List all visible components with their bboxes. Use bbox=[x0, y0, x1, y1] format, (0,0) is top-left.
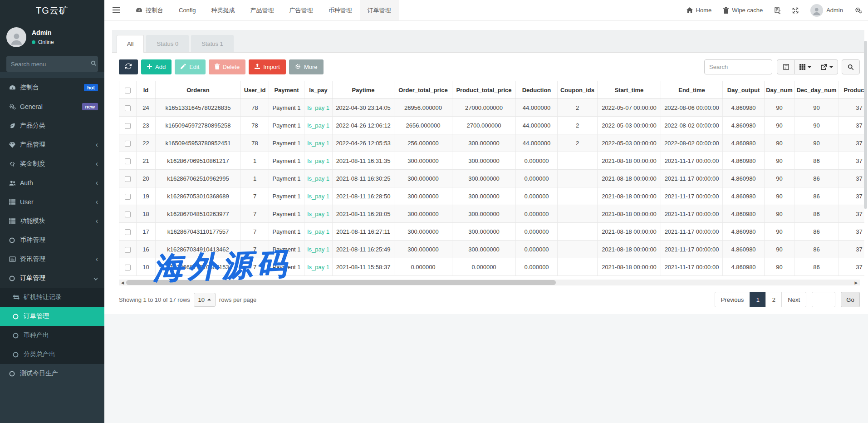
row-checkbox[interactable] bbox=[125, 123, 131, 129]
caret-down-icon bbox=[808, 66, 811, 68]
scrollbar-thumb[interactable] bbox=[126, 280, 556, 285]
delete-button[interactable]: Delete bbox=[209, 59, 246, 74]
row-checkbox[interactable] bbox=[125, 212, 131, 217]
tab-All[interactable]: All bbox=[117, 35, 144, 53]
column-header-Product_total_price[interactable]: Product_total_price bbox=[452, 81, 516, 99]
cell-Start_time: 2022-05-03 00:00:00 bbox=[598, 117, 661, 134]
column-header-Id[interactable]: Id bbox=[137, 81, 156, 99]
sidebar-search[interactable] bbox=[6, 56, 98, 72]
sidebar-submenu: 矿机转让记录订单管理币种产出分类总产出 bbox=[0, 288, 104, 364]
settings-button[interactable] bbox=[849, 0, 868, 20]
sidebar-subitem-订单管理[interactable]: 订单管理 bbox=[0, 307, 104, 326]
column-header-Deduction[interactable]: Deduction bbox=[516, 81, 558, 99]
export-button[interactable] bbox=[816, 59, 838, 74]
add-button[interactable]: Add bbox=[141, 59, 172, 74]
page-button-1[interactable]: 1 bbox=[750, 292, 766, 307]
sidebar-item-Auth[interactable]: Auth‹ bbox=[0, 173, 104, 192]
fullscreen-button[interactable] bbox=[786, 0, 804, 20]
horizontal-scrollbar[interactable]: ◀ ▶ bbox=[119, 280, 860, 285]
vertical-scrollbar-thumb[interactable] bbox=[864, 41, 867, 209]
toggle-search-button[interactable] bbox=[842, 59, 860, 74]
import-button[interactable]: Import bbox=[249, 59, 286, 74]
column-header-Coupon_ids[interactable]: Coupon_ids bbox=[558, 81, 598, 99]
column-header-Paytime[interactable]: Paytime bbox=[333, 81, 394, 99]
sidebar-subitem-矿机转让记录[interactable]: 矿机转让记录 bbox=[0, 288, 104, 307]
row-checkbox[interactable] bbox=[125, 229, 131, 235]
column-header-User_id[interactable]: User_id bbox=[241, 81, 269, 99]
previous-page-button[interactable]: Previous bbox=[715, 292, 750, 307]
sidebar-item-General[interactable]: Generalnew bbox=[0, 97, 104, 116]
more-button[interactable]: More bbox=[289, 59, 324, 74]
row-checkbox[interactable] bbox=[125, 176, 131, 182]
sidebar-toggle-icon[interactable] bbox=[104, 0, 128, 20]
row-checkbox[interactable] bbox=[125, 247, 131, 253]
scroll-right-icon[interactable]: ▶ bbox=[853, 280, 860, 285]
wipe-cache-button[interactable]: Wipe cache bbox=[717, 0, 769, 20]
scroll-left-icon[interactable]: ◀ bbox=[119, 280, 126, 285]
cell-Deduction: 0.000000 bbox=[516, 223, 558, 241]
row-checkbox[interactable] bbox=[125, 194, 131, 200]
row-checkbox[interactable] bbox=[125, 265, 131, 271]
sidebar-item-奖金制度[interactable]: 奖金制度‹ bbox=[0, 154, 104, 173]
column-header-Start_time[interactable]: Start_time bbox=[598, 81, 661, 99]
table-search-input[interactable] bbox=[704, 59, 772, 74]
tab-Status 1[interactable]: Status 1 bbox=[191, 35, 234, 52]
sidebar-subitem-币种产出[interactable]: 币种产出 bbox=[0, 326, 104, 345]
column-header-Product_id[interactable]: Product_id bbox=[839, 81, 865, 99]
recycle-icon bbox=[9, 161, 20, 167]
cell-Start_time: 2021-08-18 00:00:00 bbox=[598, 152, 661, 170]
goto-page-input[interactable] bbox=[812, 292, 835, 307]
row-checkbox[interactable] bbox=[125, 158, 131, 164]
sidebar-item-资讯管理[interactable]: 资讯管理‹ bbox=[0, 250, 104, 269]
admin-menu[interactable]: Admin bbox=[804, 0, 849, 20]
tab-Status 0[interactable]: Status 0 bbox=[146, 35, 189, 52]
column-header-End_time[interactable]: End_time bbox=[661, 81, 723, 99]
app-logo: TG云矿 bbox=[0, 0, 104, 21]
cell-Day_num: 90 bbox=[765, 187, 794, 205]
sidebar-item-User[interactable]: User‹ bbox=[0, 192, 104, 212]
sidebar-item-币种管理[interactable]: 币种管理 bbox=[0, 231, 104, 250]
file-refresh-icon bbox=[775, 7, 780, 14]
columns-button[interactable] bbox=[794, 59, 816, 74]
sidebar-item-控制台[interactable]: 控制台hot bbox=[0, 78, 104, 97]
page-size-dropdown[interactable]: 10 bbox=[194, 293, 216, 307]
nav-item-产品管理[interactable]: 产品管理 bbox=[243, 0, 282, 20]
sidebar-item-产品分类[interactable]: 产品分类 bbox=[0, 116, 104, 135]
nav-item-币种管理[interactable]: 币种管理 bbox=[321, 0, 360, 20]
sidebar-search-input[interactable] bbox=[11, 61, 91, 68]
row-checkbox[interactable] bbox=[125, 105, 131, 111]
column-header-Order_total_price[interactable]: Order_total_price bbox=[394, 81, 452, 99]
nav-item-控制台[interactable]: 控制台 bbox=[128, 0, 171, 20]
sidebar-item-label: Auth bbox=[20, 179, 96, 187]
nav-item-label: 控制台 bbox=[146, 6, 163, 15]
sidebar-item-产品管理[interactable]: 产品管理‹ bbox=[0, 135, 104, 154]
cell-Paytime: 2021-08-11 16:27:11 bbox=[333, 223, 394, 241]
column-header-Ordersn[interactable]: Ordersn bbox=[156, 81, 241, 99]
home-button[interactable]: Home bbox=[681, 0, 718, 20]
check-update-button[interactable] bbox=[769, 0, 786, 20]
next-page-button[interactable]: Next bbox=[781, 292, 806, 307]
column-header-Dec_day_num[interactable]: Dec_day_num bbox=[794, 81, 839, 99]
sidebar-subitem-分类总产出[interactable]: 分类总产出 bbox=[0, 345, 104, 364]
column-header-Day_output[interactable]: Day_output bbox=[723, 81, 765, 99]
page-button-2[interactable]: 2 bbox=[765, 292, 782, 307]
refresh-button[interactable] bbox=[119, 59, 138, 74]
search-icon[interactable] bbox=[91, 60, 97, 68]
cell-Is_pay: Is_pay 1 bbox=[304, 205, 333, 223]
edit-button[interactable]: Edit bbox=[175, 59, 205, 74]
column-header-Day_num[interactable]: Day_num bbox=[765, 81, 794, 99]
nav-item-广告管理[interactable]: 广告管理 bbox=[282, 0, 321, 20]
select-all-checkbox[interactable] bbox=[125, 88, 131, 93]
sidebar-item-订单管理[interactable]: 订单管理 bbox=[0, 269, 104, 288]
content: AllStatus 0Status 1 Add Edit bbox=[104, 21, 868, 314]
sidebar-item-测试今日生产[interactable]: 测试今日生产 bbox=[0, 364, 104, 383]
nav-item-Config[interactable]: Config bbox=[171, 0, 204, 20]
column-header-Is_pay[interactable]: Is_pay bbox=[304, 81, 333, 99]
column-header-Payment[interactable]: Payment bbox=[269, 81, 304, 99]
detail-view-button[interactable] bbox=[777, 59, 795, 74]
nav-item-种类提成[interactable]: 种类提成 bbox=[204, 0, 243, 20]
nav-item-订单管理[interactable]: 订单管理 bbox=[360, 0, 399, 20]
go-button[interactable]: Go bbox=[841, 292, 860, 307]
sidebar-item-功能模块[interactable]: 功能模块‹ bbox=[0, 212, 104, 231]
row-checkbox[interactable] bbox=[125, 141, 131, 147]
